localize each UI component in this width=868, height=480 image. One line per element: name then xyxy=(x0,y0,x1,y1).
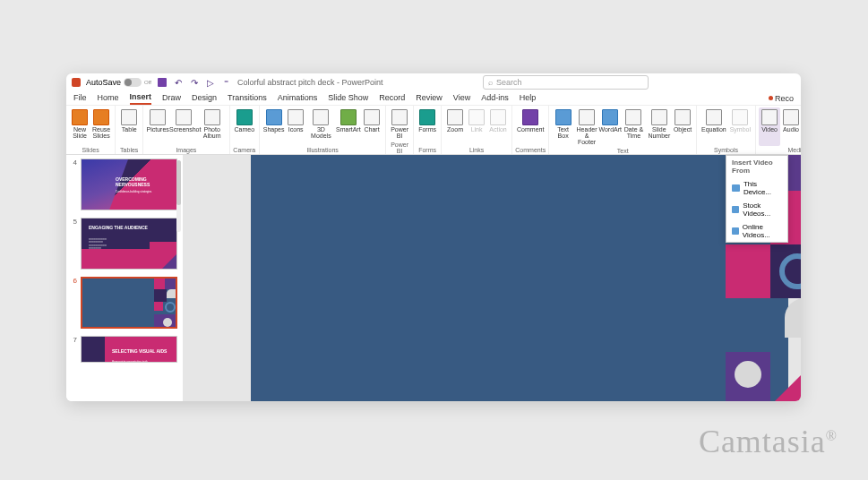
thumbnail-scrollbar-thumb[interactable] xyxy=(176,160,181,205)
document-title: Colorful abstract pitch deck - PowerPoin… xyxy=(237,78,383,87)
camtasia-watermark: Camtasia® xyxy=(699,423,838,460)
tab-slideshow[interactable]: Slide Show xyxy=(328,93,368,104)
group-symbols: Symbols xyxy=(700,146,752,154)
group-illustrations: Illustrations xyxy=(262,146,382,154)
undo-icon[interactable]: ↶ xyxy=(173,77,184,88)
tab-view[interactable]: View xyxy=(453,93,470,104)
audio-button[interactable]: Audio xyxy=(780,107,801,146)
redo-icon[interactable]: ↷ xyxy=(189,77,200,88)
record-button[interactable]: Reco xyxy=(769,94,794,103)
pictures-button[interactable]: Pictures xyxy=(146,107,169,146)
save-icon[interactable] xyxy=(157,77,168,88)
action-button[interactable]: Action xyxy=(487,107,509,146)
new-slide-button[interactable]: New Slide xyxy=(69,107,90,146)
tab-file[interactable]: File xyxy=(73,93,87,104)
current-slide[interactable] xyxy=(251,155,788,401)
slide-thumbnail-5[interactable]: ENGAGING THE AUDIENCE ━━━━━━━━━━━━━━━━━━… xyxy=(81,218,177,270)
video-stock-item[interactable]: Stock Videos... xyxy=(726,199,787,220)
header-footer-button[interactable]: Header & Footer xyxy=(574,107,599,147)
date-time-button[interactable]: Date & Time xyxy=(621,107,646,147)
text-box-button[interactable]: Text Box xyxy=(552,107,573,147)
tab-transitions[interactable]: Transitions xyxy=(228,93,267,104)
slide-thumbnail-7[interactable]: SELECTING VISUAL AIDS Appropriate presen… xyxy=(81,336,177,363)
table-button[interactable]: Table xyxy=(118,107,140,146)
screenshot-button[interactable]: Screenshot xyxy=(169,107,198,146)
autosave-toggle[interactable]: AutoSave Off xyxy=(86,78,151,87)
slide-7-title: SELECTING VISUAL AIDS xyxy=(112,349,167,355)
powerpoint-app-icon xyxy=(72,78,81,87)
slide-4-title: OVERCOMING NERVOUSNESS xyxy=(116,177,176,187)
video-online-item[interactable]: Online Videos... xyxy=(726,220,787,242)
group-tables: Tables xyxy=(118,146,140,154)
search-input[interactable]: ⌕ Search xyxy=(483,75,649,90)
tab-draw[interactable]: Draw xyxy=(162,93,181,104)
smartart-button[interactable]: SmartArt xyxy=(336,107,362,146)
tab-help[interactable]: Help xyxy=(520,93,537,104)
search-icon: ⌕ xyxy=(488,78,493,87)
slide-7-subtitle: Appropriate presentation tools xyxy=(112,360,148,363)
group-powerbi: Power BI xyxy=(389,141,410,155)
group-text: Text xyxy=(552,147,693,155)
from-beginning-icon[interactable]: ▷ xyxy=(205,77,216,88)
group-comments: Comments xyxy=(515,146,546,154)
link-button[interactable]: Link xyxy=(466,107,487,146)
cameo-button[interactable]: Cameo xyxy=(233,107,257,146)
autosave-state: Off xyxy=(144,80,151,85)
slide-number-5: 5 xyxy=(72,218,77,226)
video-dropdown-menu: Insert Video From This Device... Stock V… xyxy=(726,155,788,243)
slide-thumbnail-panel: 4 OVERCOMING NERVOUSNESS Confidence-buil… xyxy=(66,155,183,401)
online-icon xyxy=(732,227,739,235)
group-slides: Slides xyxy=(69,146,112,154)
slide-number-button[interactable]: Slide Number xyxy=(647,107,672,147)
stock-icon xyxy=(732,206,739,213)
comment-button[interactable]: Comment xyxy=(515,107,546,146)
slide-number-6: 6 xyxy=(72,277,77,285)
power-bi-button[interactable]: Power BI xyxy=(389,107,410,141)
slide-canvas[interactable] xyxy=(183,155,801,401)
tab-design[interactable]: Design xyxy=(192,93,217,104)
reuse-slides-button[interactable]: Reuse Slides xyxy=(90,107,112,146)
zoom-button[interactable]: Zoom xyxy=(444,107,466,146)
slide-number-7: 7 xyxy=(72,336,77,344)
group-camera: Camera xyxy=(233,146,257,154)
tab-addins[interactable]: Add-ins xyxy=(481,93,509,104)
search-placeholder: Search xyxy=(496,78,522,87)
object-button[interactable]: Object xyxy=(672,107,693,147)
symbol-button[interactable]: Symbol xyxy=(728,107,752,146)
slide-5-title: ENGAGING THE AUDIENCE xyxy=(89,226,148,231)
video-button[interactable]: Video xyxy=(759,107,780,146)
group-images: Images xyxy=(146,146,226,154)
slide-thumbnail-6[interactable] xyxy=(81,277,177,329)
autosave-label: AutoSave xyxy=(86,78,121,87)
icons-button[interactable]: Icons xyxy=(285,107,306,146)
shapes-button[interactable]: Shapes xyxy=(262,107,285,146)
group-media: Media xyxy=(759,146,801,154)
slide-thumbnail-4[interactable]: OVERCOMING NERVOUSNESS Confidence-buildi… xyxy=(81,159,177,210)
tab-review[interactable]: Review xyxy=(416,93,443,104)
forms-button[interactable]: Forms xyxy=(417,107,438,146)
slide-number-4: 4 xyxy=(72,159,77,167)
device-icon xyxy=(732,184,740,192)
3d-models-button[interactable]: 3D Models xyxy=(306,107,335,146)
tab-record[interactable]: Record xyxy=(379,93,405,104)
slide-4-subtitle: Confidence-building strategies xyxy=(116,190,151,193)
video-this-device-item[interactable]: This Device... xyxy=(726,177,787,199)
wordart-button[interactable]: WordArt xyxy=(599,107,621,147)
photo-album-button[interactable]: Photo Album xyxy=(198,107,227,146)
chart-button[interactable]: Chart xyxy=(361,107,382,146)
tab-home[interactable]: Home xyxy=(98,93,119,104)
tab-insert[interactable]: Insert xyxy=(130,92,152,105)
video-menu-header: Insert Video From xyxy=(726,156,787,177)
tab-animations[interactable]: Animations xyxy=(278,93,318,104)
equation-button[interactable]: Equation xyxy=(700,107,728,146)
group-links: Links xyxy=(444,146,509,154)
customize-qat-icon[interactable]: ⁼ xyxy=(221,77,232,88)
group-forms: Forms xyxy=(417,146,438,154)
